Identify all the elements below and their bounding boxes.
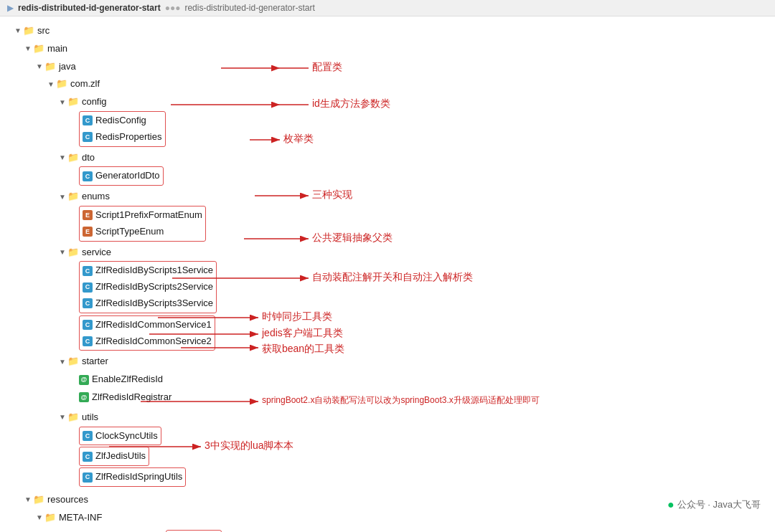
chevron-icon: ▼ (24, 494, 32, 505)
folder-service-icon: 📁 (67, 245, 79, 260)
folder-utils-icon: 📁 (67, 410, 79, 425)
main-label: main (47, 42, 67, 57)
tree-item-generatoriddto[interactable]: C GeneratorIdDto (83, 168, 160, 184)
metainf-label: META-INF (59, 510, 102, 526)
chevron-icon: ▼ (36, 61, 43, 72)
chevron-icon: ▼ (59, 356, 66, 368)
class-icon-jedisutils: C (83, 452, 93, 462)
folder-java-icon: 📁 (44, 60, 56, 75)
tree-item-registrar[interactable]: @ ZlfRedisIdRegistrar (7, 389, 280, 407)
class-icon-redisproperties: C (83, 132, 93, 142)
dto-annotation: id生成方法参数类 (312, 98, 390, 110)
java-label: java (59, 60, 76, 75)
tree-item-metainf[interactable]: ▼ 📁 META-INF (7, 509, 280, 527)
folder-comzlf-icon: 📁 (56, 77, 67, 92)
class-icon-service3: C (83, 298, 93, 308)
tree-item-resources[interactable]: ▼ 📁 resources (7, 491, 280, 509)
generatoriddto-label: GeneratorIdDto (95, 168, 160, 184)
folder-starter-icon: 📁 (67, 354, 79, 369)
dto-box: C GeneratorIdDto (79, 166, 164, 186)
tree-item-dto[interactable]: ▼ 📁 dto (7, 149, 280, 167)
tree-item-script1prefixformatenum[interactable]: E Script1PrefixFormatEnum (83, 207, 202, 224)
tree-item-scripttypeenum[interactable]: E ScriptTypeEnum (83, 224, 202, 240)
file-tree: ▼ 📁 src ▼ 📁 main ▼ 📁 java ▼ (0, 16, 280, 532)
tree-item-commonservice1[interactable]: C ZlfRedisIdCommonService1 (83, 317, 212, 333)
utils-label: utils (82, 410, 98, 425)
watermark-text: 公众号 · Java大飞哥 (677, 498, 761, 511)
tree-item-java[interactable]: ▼ 📁 java (7, 58, 280, 76)
tree-item-service2[interactable]: C ZlfRedisIdByScripts2Service (83, 279, 213, 295)
chevron-icon: ▼ (36, 512, 43, 523)
folder-enums-icon: 📁 (67, 189, 79, 204)
tree-item-comzlf[interactable]: ▼ 📁 com.zlf (7, 75, 280, 93)
tree-item-config[interactable]: ▼ 📁 config (7, 93, 280, 111)
tree-item-service1[interactable]: C ZlfRedisIdByScripts1Service (83, 262, 213, 279)
comzlf-label: com.zlf (70, 77, 100, 92)
main-content: ▶ redis-distributed-id-generator-start ●… (0, 0, 775, 518)
folder-icon: ▶ (7, 3, 14, 13)
tree-item-jedisutils[interactable]: C ZlfJedisUtils (83, 448, 146, 465)
chevron-icon: ▼ (14, 25, 22, 37)
folder-resources-icon: 📁 (33, 493, 44, 508)
service1-label: ZlfRedisIdByScripts1Service (95, 263, 213, 278)
tree-item-enablezlf[interactable]: @ EnableZlfRedisId (7, 371, 280, 389)
tree-item-commonservice2[interactable]: C ZlfRedisIdCommonService2 (83, 333, 212, 350)
class-icon-generatoriddto: C (83, 171, 93, 181)
folder-metainf-icon: 📁 (44, 510, 56, 526)
wechat-icon: ● (667, 498, 675, 511)
header-bar: ▶ redis-distributed-id-generator-start ●… (0, 0, 775, 16)
folder-src-icon: 📁 (23, 24, 34, 39)
enums-box: E Script1PrefixFormatEnum E ScriptTypeEn… (79, 206, 206, 242)
config-box: C RedisConfig C RedisProperties (79, 111, 166, 147)
enablezlf-label: EnableZlfRedisId (92, 372, 163, 387)
enum-annotation: 枚举类 (283, 133, 314, 146)
class-icon-common1: C (83, 320, 93, 330)
tree-item-clocksync[interactable]: C ClockSyncUtils (83, 428, 158, 445)
tree-item-starter[interactable]: ▼ 📁 starter (7, 353, 280, 371)
resources-label: resources (47, 493, 88, 508)
tree-item-springutils[interactable]: C ZlfRedisIdSpringUtils (83, 469, 182, 485)
header-separator: ●●● (165, 3, 181, 13)
class-icon-common2: C (83, 336, 93, 346)
tree-item-enums[interactable]: ▼ 📁 enums (7, 188, 280, 206)
enum-icon-scripttype: E (83, 227, 93, 237)
tree-item-redisproperties[interactable]: C RedisProperties (83, 129, 162, 146)
watermark: ● 公众号 · Java大飞哥 (667, 498, 761, 511)
tree-item-src[interactable]: ▼ 📁 src (7, 22, 280, 40)
enums-label: enums (82, 189, 110, 204)
clocksync-label: ClockSyncUtils (95, 429, 158, 444)
folder-main-icon: 📁 (33, 42, 44, 57)
tree-item-utils[interactable]: ▼ 📁 utils (7, 409, 280, 427)
registrar-label: ZlfRedisIdRegistrar (92, 390, 172, 405)
scripts-box: ▶ 📁 script1 ▶ 📁 script2 ▶ 📁 script3 (166, 530, 222, 532)
chevron-icon: ▼ (59, 97, 66, 108)
service-label: service (82, 245, 111, 260)
folder-dto-icon: 📁 (67, 151, 79, 166)
chevron-icon: ▼ (59, 152, 66, 163)
factories-annotation: springBoot2.x自动装配写法可以改为springBoot3.x升级源码… (262, 394, 540, 407)
tree-item-service3[interactable]: C ZlfRedisIdByScripts3Service (83, 295, 213, 312)
script-annotation: 3中实现的lua脚本本 (205, 440, 293, 452)
scripttypeenum-label: ScriptTypeEnum (95, 224, 164, 239)
config-label: config (82, 95, 107, 110)
redisproperties-label: RedisProperties (95, 130, 162, 145)
redisconfig-label: RedisConfig (95, 113, 146, 128)
tree-item-redisconfig[interactable]: C RedisConfig (83, 113, 162, 129)
config-annotation: 配置类 (312, 61, 342, 74)
src-label: src (37, 24, 50, 39)
chevron-icon: ▼ (59, 412, 66, 423)
chevron-icon: ▼ (59, 247, 66, 258)
header-path: redis-distributed-id-generator-start (184, 3, 314, 13)
folder-config-icon: 📁 (67, 95, 79, 110)
starter-annotation: 自动装配注解开关和自动注入解析类 (312, 271, 473, 284)
commonservice1-label: ZlfRedisIdCommonService1 (95, 318, 212, 333)
class-icon-service2: C (83, 282, 93, 293)
tree-item-main[interactable]: ▼ 📁 main (7, 40, 280, 58)
tree-item-service[interactable]: ▼ 📁 service (7, 244, 280, 262)
annotation-icon-enable: @ (79, 375, 89, 385)
chevron-icon: ▼ (47, 79, 55, 90)
class-icon-service1: C (83, 266, 93, 276)
springutils-box: C ZlfRedisIdSpringUtils (79, 467, 186, 487)
class-icon-springutils: C (83, 472, 93, 483)
starter-label: starter (82, 354, 108, 369)
